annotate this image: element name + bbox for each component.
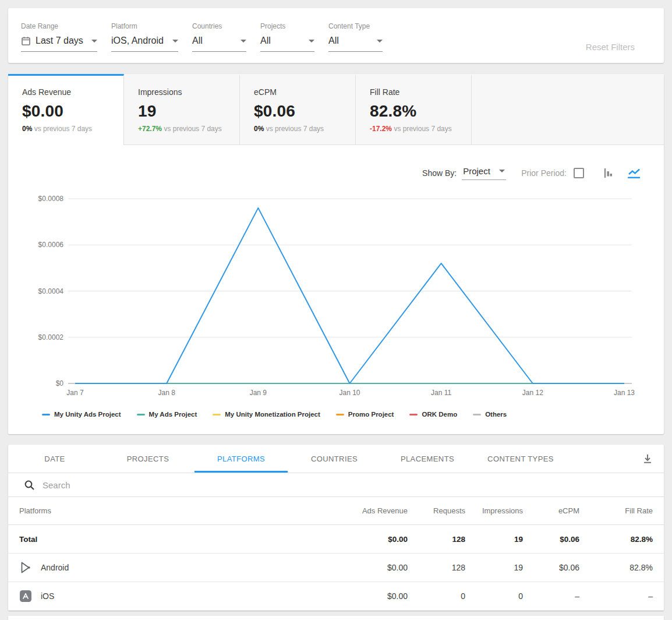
- table-search: [8, 473, 664, 497]
- column-header-ads-revenue: Ads Revenue: [338, 506, 408, 515]
- search-icon: [24, 480, 35, 491]
- stat-card-fill-rate[interactable]: Fill Rate 82.8% -17.2% vs previous 7 day…: [356, 74, 472, 145]
- projects-select[interactable]: All: [260, 36, 314, 52]
- reset-filters-button[interactable]: Reset Filters: [586, 42, 635, 52]
- column-header-ecpm: eCPM: [523, 506, 579, 515]
- cell-impressions: 19: [465, 563, 523, 572]
- countries-select[interactable]: All: [192, 36, 246, 52]
- filter-value: Last 7 days: [36, 36, 83, 46]
- stat-card-impressions[interactable]: Impressions 19 +72.7% vs previous 7 days: [124, 74, 240, 145]
- cell-requests: 128: [408, 535, 465, 544]
- stat-delta-suffix: vs previous 7 days: [34, 125, 92, 133]
- filter-countries: Countries All: [192, 22, 246, 52]
- tab-projects[interactable]: PROJECTS: [101, 445, 194, 473]
- stat-delta: 0% vs previous 7 days: [22, 125, 123, 133]
- tab-date[interactable]: DATE: [8, 445, 101, 473]
- search-input[interactable]: [43, 480, 392, 490]
- platform-select[interactable]: iOS, Android: [111, 36, 178, 52]
- stat-label: Ads Revenue: [22, 87, 123, 97]
- stat-delta-suffix: vs previous 7 days: [266, 125, 324, 133]
- legend-item[interactable]: Promo Project: [336, 411, 394, 418]
- svg-text:$0: $0: [56, 379, 64, 388]
- download-icon[interactable]: [631, 445, 664, 473]
- legend-label: Others: [485, 411, 507, 418]
- filter-projects: Projects All: [260, 22, 314, 52]
- show-by-value: Project: [463, 166, 490, 176]
- chevron-down-icon: [240, 40, 246, 43]
- cell-impressions: 0: [465, 591, 523, 601]
- legend-label: My Unity Monetization Project: [225, 411, 320, 418]
- legend-item[interactable]: Others: [473, 411, 507, 418]
- filter-value: iOS, Android: [111, 36, 164, 46]
- cell-fill-rate: –: [579, 591, 653, 601]
- filter-platform: Platform iOS, Android: [111, 22, 178, 52]
- legend-swatch: [336, 414, 344, 415]
- filter-value: All: [260, 36, 271, 46]
- prior-period-checkbox[interactable]: [574, 168, 584, 178]
- bar-chart-icon[interactable]: [604, 168, 616, 178]
- cell-fill-rate: 82.8%: [579, 535, 653, 544]
- filter-bar: Date Range Last 7 days Platform iOS, And…: [8, 8, 664, 63]
- filter-label: Projects: [260, 22, 314, 30]
- legend-label: ORK Demo: [422, 411, 457, 418]
- stat-card-ads-revenue[interactable]: Ads Revenue $0.00 0% vs previous 7 days: [8, 74, 124, 145]
- legend-label: My Unity Ads Project: [54, 411, 121, 418]
- stat-delta: +72.7% vs previous 7 days: [138, 125, 239, 133]
- cell-impressions: 19: [465, 535, 523, 544]
- legend-swatch: [42, 414, 50, 415]
- stat-label: Fill Rate: [370, 87, 471, 97]
- line-chart-icon[interactable]: [627, 168, 641, 178]
- stat-delta: 0% vs previous 7 days: [254, 125, 355, 133]
- chevron-down-icon: [309, 40, 314, 43]
- column-header-impressions: Impressions: [465, 506, 523, 515]
- revenue-chart-svg: $0.0008$0.0006$0.0004$0.0002$0Jan 7Jan 8…: [8, 191, 664, 401]
- legend-item[interactable]: My Ads Project: [137, 411, 197, 418]
- show-by-select[interactable]: Project: [462, 166, 506, 180]
- cell-ecpm: $0.06: [523, 563, 579, 572]
- svg-text:Jan 7: Jan 7: [66, 389, 84, 397]
- cell-ecpm: $0.06: [523, 535, 579, 544]
- chevron-down-icon: [172, 40, 178, 43]
- table-tabs: DATE PROJECTS PLATFORMS COUNTRIES PLACEM…: [8, 445, 664, 473]
- svg-text:Jan 12: Jan 12: [522, 389, 543, 397]
- tab-countries[interactable]: COUNTRIES: [288, 445, 381, 473]
- stat-value: $0.00: [22, 102, 123, 121]
- svg-text:Jan 10: Jan 10: [339, 389, 360, 397]
- filter-content-type: Content Type All: [328, 22, 383, 52]
- svg-text:Jan 11: Jan 11: [431, 389, 451, 397]
- stat-delta-value: -17.2%: [370, 125, 392, 133]
- table-row-total: Total $0.00 128 19 $0.06 82.8%: [8, 525, 664, 554]
- pagination-strip: [8, 616, 664, 620]
- legend-swatch: [409, 414, 418, 415]
- date-range-select[interactable]: Last 7 days: [21, 36, 97, 52]
- legend-swatch: [137, 414, 145, 415]
- app-store-icon: [19, 590, 32, 603]
- cell-requests: 0: [408, 591, 465, 601]
- tab-placements[interactable]: PLACEMENTS: [381, 445, 474, 473]
- tab-content-types[interactable]: CONTENT TYPES: [474, 445, 567, 473]
- show-by-label: Show By:: [422, 168, 457, 178]
- stat-cards: Ads Revenue $0.00 0% vs previous 7 days …: [8, 74, 664, 145]
- stat-card-ecpm[interactable]: eCPM $0.06 0% vs previous 7 days: [240, 74, 356, 145]
- stat-label: eCPM: [254, 87, 355, 97]
- svg-text:$0.0004: $0.0004: [38, 287, 64, 295]
- filter-value: All: [328, 36, 339, 46]
- legend-swatch: [213, 414, 221, 415]
- table-row-android: Android $0.00 128 19 $0.06 82.8%: [8, 554, 664, 582]
- filter-label: Platform: [111, 22, 178, 30]
- row-name: Total: [19, 535, 338, 544]
- legend-item[interactable]: My Unity Monetization Project: [213, 411, 320, 418]
- filter-value: All: [192, 36, 203, 46]
- legend-item[interactable]: ORK Demo: [409, 411, 457, 418]
- svg-text:$0.0008: $0.0008: [38, 195, 64, 203]
- filter-label: Date Range: [21, 22, 97, 30]
- chart-legend: My Unity Ads Project My Ads Project My U…: [8, 411, 664, 418]
- tab-platforms[interactable]: PLATFORMS: [194, 445, 288, 473]
- calendar-icon: [21, 36, 31, 46]
- svg-text:$0.0006: $0.0006: [38, 241, 64, 249]
- legend-item[interactable]: My Unity Ads Project: [42, 411, 121, 418]
- content-type-select[interactable]: All: [328, 36, 383, 52]
- row-name: Android: [41, 563, 69, 572]
- cell-ads-revenue: $0.00: [338, 591, 408, 601]
- revenue-chart: $0.0008$0.0006$0.0004$0.0002$0Jan 7Jan 8…: [8, 191, 664, 403]
